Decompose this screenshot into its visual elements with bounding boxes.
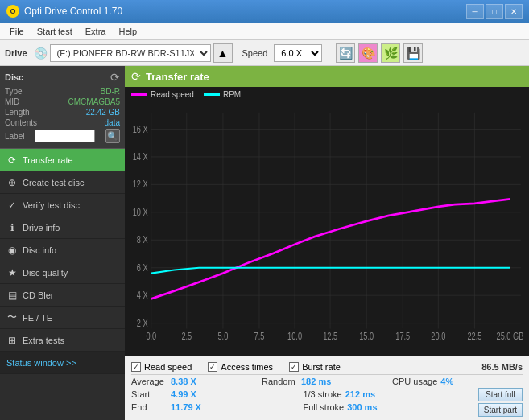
disc-quality-icon: ★	[6, 267, 18, 278]
checkbox-access-times-label: Access times	[221, 362, 273, 372]
sidebar-item-extra-tests[interactable]: ⊞ Extra tests	[0, 329, 125, 352]
color2-button[interactable]: 🌿	[381, 43, 400, 63]
disc-label-input[interactable]	[35, 130, 95, 142]
stats-average: Average 8.38 X	[131, 377, 262, 386]
legend-read-speed: Read speed	[131, 90, 194, 99]
chart-header: ⟳ Transfer rate	[125, 66, 529, 87]
stats-end: End 11.79 X	[131, 402, 303, 412]
transfer-rate-icon: ⟳	[6, 154, 18, 166]
burst-rate-value: 86.5 MB/s	[481, 362, 523, 372]
svg-text:22.5: 22.5	[467, 331, 481, 342]
disc-type-label: Type	[5, 87, 23, 96]
legend-rpm-color	[204, 93, 220, 96]
checkbox-access-times-box[interactable]: ✓	[208, 362, 217, 372]
stats-header: ✓ Read speed ✓ Access times ✓ Burst rate…	[131, 360, 523, 375]
stats-third-stroke: 1/3 stroke 212 ms	[303, 389, 474, 399]
average-value: 8.38 X	[171, 377, 196, 386]
menu-bar: File Start test Extra Help	[0, 23, 529, 40]
disc-length-label: Length	[5, 108, 30, 117]
sidebar-item-create-test-disc[interactable]: ⊕ Create test disc	[0, 171, 125, 194]
disc-contents-row: Contents data	[5, 118, 120, 127]
disc-label-row: Label 🔍	[5, 129, 120, 143]
speed-select[interactable]: 6.0 X	[274, 44, 322, 62]
average-label: Average	[131, 377, 167, 386]
create-test-disc-icon: ⊕	[6, 177, 18, 188]
start-value: 4.99 X	[171, 389, 196, 399]
svg-text:12 X: 12 X	[133, 179, 149, 190]
save-button[interactable]: 💾	[403, 43, 423, 63]
checkbox-read-speed[interactable]: ✓ Read speed	[131, 362, 192, 372]
sidebar-item-label-disc-quality: Disc quality	[23, 268, 68, 278]
app-icon: O	[6, 5, 19, 18]
color-button[interactable]: 🎨	[358, 43, 378, 63]
disc-length-value: 22.42 GB	[86, 108, 120, 117]
sidebar-item-drive-info[interactable]: ℹ Drive info	[0, 216, 125, 239]
full-stroke-label: Full stroke	[303, 402, 344, 412]
svg-text:0.0: 0.0	[146, 331, 156, 342]
stats-cpu: CPU usage 4%	[392, 377, 523, 386]
content-area: ⟳ Transfer rate Read speed RPM	[125, 66, 529, 420]
svg-text:20.0: 20.0	[431, 331, 445, 342]
minimize-button[interactable]: ─	[466, 4, 484, 19]
sidebar-item-verify-test-disc[interactable]: ✓ Verify test disc	[0, 194, 125, 216]
chart-legend: Read speed RPM	[125, 87, 529, 101]
sidebar-item-label-extra-tests: Extra tests	[23, 336, 64, 345]
sidebar-item-fe-te[interactable]: 〜 FE / TE	[0, 307, 125, 329]
stats-cols: Start 4.99 X 1/3 stroke 212 ms End 11.79…	[131, 388, 475, 417]
menu-file[interactable]: File	[3, 25, 31, 38]
disc-contents-label: Contents	[5, 118, 37, 127]
window-controls: ─ □ ✕	[466, 4, 523, 19]
sidebar-item-transfer-rate[interactable]: ⟳ Transfer rate	[0, 149, 125, 171]
end-label: End	[131, 402, 167, 412]
disc-panel: Disc ⟳ Type BD-R MID CMCMAGBA5 Length 22…	[0, 66, 125, 149]
disc-refresh-icon[interactable]: ⟳	[110, 71, 120, 84]
sidebar-item-status-window[interactable]: Status window >>	[0, 352, 125, 374]
menu-help[interactable]: Help	[112, 25, 143, 38]
svg-text:12.5: 12.5	[323, 331, 337, 342]
svg-text:17.5: 17.5	[395, 331, 410, 342]
svg-text:2 X: 2 X	[137, 317, 148, 328]
refresh-button[interactable]: 🔄	[336, 43, 355, 63]
sidebar-item-label-cd-bler: CD Bler	[23, 290, 54, 300]
disc-length-row: Length 22.42 GB	[5, 108, 120, 117]
sidebar-item-disc-info[interactable]: ◉ Disc info	[0, 239, 125, 261]
drive-icon: 💿	[34, 47, 48, 60]
verify-test-disc-icon: ✓	[6, 200, 18, 211]
checkbox-burst-rate-box[interactable]: ✓	[289, 362, 299, 372]
app-title: Opti Drive Control 1.70	[24, 6, 122, 17]
start-part-button[interactable]: Start part	[478, 403, 523, 417]
disc-info-icon: ◉	[6, 245, 18, 256]
start-full-button[interactable]: Start full	[478, 388, 523, 401]
third-stroke-label: 1/3 stroke	[303, 389, 341, 399]
disc-title: Disc	[5, 72, 23, 82]
end-value: 11.79 X	[171, 402, 201, 412]
stats-area: ✓ Read speed ✓ Access times ✓ Burst rate…	[125, 356, 529, 420]
checkbox-burst-rate[interactable]: ✓ Burst rate	[289, 362, 341, 372]
menu-extra[interactable]: Extra	[79, 25, 113, 38]
sidebar-item-label-disc-info: Disc info	[23, 245, 56, 255]
close-button[interactable]: ✕	[505, 4, 523, 19]
sidebar-item-disc-quality[interactable]: ★ Disc quality	[0, 261, 125, 284]
checkbox-read-speed-box[interactable]: ✓	[131, 362, 141, 372]
checkbox-access-times[interactable]: ✓ Access times	[208, 362, 273, 372]
drive-eject-button[interactable]: ▲	[213, 43, 233, 63]
checkbox-read-speed-label: Read speed	[144, 362, 192, 372]
toolbar: Drive 💿 (F:) PIONEER BD-RW BDR-S11JX 1.0…	[0, 40, 529, 66]
cpu-value: 4%	[440, 377, 453, 386]
svg-text:6 X: 6 X	[137, 262, 148, 274]
sidebar-item-cd-bler[interactable]: ▤ CD Bler	[0, 284, 125, 307]
disc-label-search-button[interactable]: 🔍	[105, 129, 120, 143]
menu-start-test[interactable]: Start test	[31, 25, 79, 38]
chart-svg: 2 X 4 X 6 X 8 X 10 X 12 X 14 X 16 X 0.0 …	[125, 101, 529, 356]
disc-contents-value: data	[105, 118, 120, 127]
toolbar-separator	[329, 45, 329, 61]
disc-label-key: Label	[5, 132, 24, 141]
fe-te-icon: 〜	[6, 312, 18, 323]
disc-type-row: Type BD-R	[5, 87, 120, 96]
maximize-button[interactable]: □	[486, 4, 503, 19]
main-layout: Disc ⟳ Type BD-R MID CMCMAGBA5 Length 22…	[0, 66, 529, 420]
drive-dropdown[interactable]: (F:) PIONEER BD-RW BDR-S11JX 1.02	[50, 44, 211, 62]
random-value: 182 ms	[301, 377, 331, 386]
drive-select-group: 💿 (F:) PIONEER BD-RW BDR-S11JX 1.02 ▲	[34, 43, 233, 63]
disc-type-value: BD-R	[101, 87, 120, 96]
